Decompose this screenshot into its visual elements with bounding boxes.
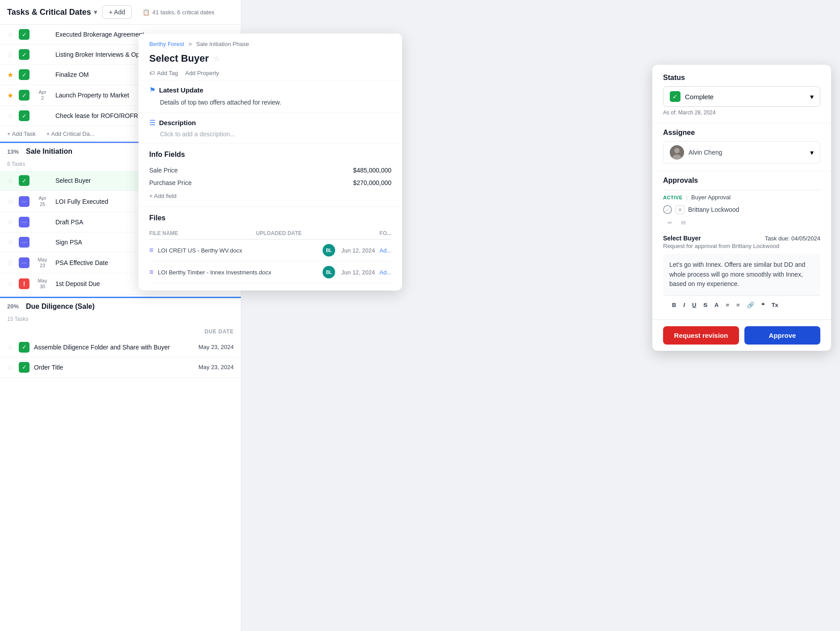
middle-panel: Berthy Forest > Sale Initiation Phase Se… bbox=[139, 34, 402, 290]
page-title: Tasks & Critical Dates ▾ bbox=[7, 8, 97, 17]
progress-pct: 13% bbox=[7, 148, 21, 155]
assignee-select[interactable]: Alvin Cheng ▾ bbox=[663, 141, 820, 164]
breadcrumb-phase: Sale Initiation Phase bbox=[196, 41, 249, 47]
file-name[interactable]: LOI CREIT US - Berthy WV.docx bbox=[158, 247, 318, 254]
svg-point-1 bbox=[674, 148, 680, 153]
avatar bbox=[670, 145, 684, 160]
progress-pct: 20% bbox=[7, 303, 21, 310]
approval-type: Buyer Approval bbox=[691, 194, 731, 201]
chevron-down-icon: ▾ bbox=[810, 93, 814, 101]
task-check: ✓ bbox=[19, 69, 29, 80]
comment-toolbar: B I U S A ≡ ≡ 🔗 ❝ Tx bbox=[663, 295, 820, 312]
bold-button[interactable]: B bbox=[669, 300, 679, 310]
add-field-button[interactable]: + Add field bbox=[149, 193, 391, 199]
file-action-button[interactable]: Ad... bbox=[379, 269, 391, 276]
approvals-label: Approvals bbox=[663, 177, 820, 185]
star-button[interactable]: ☆ bbox=[213, 54, 220, 63]
right-panel: Status ✓ Complete ▾ As of: March 28, 202… bbox=[652, 65, 831, 351]
breadcrumb-project[interactable]: Berthy Forest bbox=[149, 41, 184, 47]
description-icon: ☰ bbox=[149, 118, 155, 127]
tag-row: 🏷 Add Tag Add Property bbox=[139, 70, 402, 80]
request-revision-button[interactable]: Request revision bbox=[663, 326, 739, 345]
info-field-row: Purchase Price $270,000,000 bbox=[149, 177, 391, 189]
file-name[interactable]: LOI Berthy Timber - Innex Investments.do… bbox=[158, 269, 318, 276]
ordered-list-button[interactable]: ≡ bbox=[723, 300, 732, 310]
description-section: ☰ Description Click to add a description… bbox=[139, 113, 402, 143]
mail-icon[interactable]: ✉ bbox=[678, 218, 688, 227]
star-icon[interactable]: ☆ bbox=[7, 218, 14, 226]
star-icon[interactable]: ☆ bbox=[7, 238, 14, 246]
add-tag-button[interactable]: 🏷 Add Tag bbox=[149, 70, 178, 76]
task-name: Assemble Diligence Folder and Share with… bbox=[34, 344, 180, 351]
info-field-row: Sale Price $485,000,000 bbox=[149, 164, 391, 177]
assignee-inner: Alvin Cheng bbox=[670, 145, 722, 160]
strikethrough-button[interactable]: S bbox=[701, 300, 710, 310]
breadcrumb: Berthy Forest > Sale Initiation Phase bbox=[139, 34, 402, 51]
task-check: ··· bbox=[19, 217, 29, 227]
status-check-icon: ✓ bbox=[670, 91, 680, 102]
star-icon[interactable]: ☆ bbox=[7, 363, 14, 371]
file-icon: ≡ bbox=[149, 246, 153, 254]
add-critical-button[interactable]: + Add Critical Da... bbox=[46, 130, 95, 137]
italic-button[interactable]: I bbox=[680, 300, 688, 310]
task-check: ✓ bbox=[19, 90, 29, 101]
star-icon[interactable]: ☆ bbox=[7, 197, 14, 206]
star-icon[interactable]: ☆ bbox=[7, 177, 14, 185]
star-icon[interactable]: ☆ bbox=[7, 30, 14, 39]
add-property-button[interactable]: Add Property bbox=[185, 70, 219, 76]
info-fields-title: Info Fields bbox=[149, 151, 391, 159]
panel-title-row: Select Buyer ☆ bbox=[139, 51, 402, 70]
quote-button[interactable]: ❝ bbox=[759, 300, 767, 310]
file-date: Jun 12, 2024 bbox=[341, 269, 375, 276]
star-icon[interactable]: ☆ bbox=[7, 50, 14, 59]
link-button[interactable]: 🔗 bbox=[744, 300, 757, 310]
request-approval-text: Request for approval from Brittany Lockw… bbox=[663, 243, 820, 249]
status-select[interactable]: ✓ Complete ▾ bbox=[663, 86, 820, 107]
underline-button[interactable]: U bbox=[689, 300, 699, 310]
status-date: As of: March 28, 2024 bbox=[663, 109, 820, 116]
approve-button[interactable]: Approve bbox=[744, 326, 820, 345]
unordered-list-button[interactable]: ≡ bbox=[734, 300, 743, 310]
star-icon[interactable]: ☆ bbox=[7, 112, 14, 120]
task-check: ✓ bbox=[19, 175, 29, 186]
star-icon[interactable]: ★ bbox=[7, 71, 14, 79]
due-date-header: Due Date bbox=[0, 326, 241, 337]
clear-format-button[interactable]: Tx bbox=[769, 300, 781, 310]
add-task-button[interactable]: + Add Task bbox=[7, 130, 36, 137]
task-date: May30 bbox=[34, 278, 51, 290]
approval-icons-row: ✏ ✉ bbox=[663, 216, 820, 231]
file-avatar: BL bbox=[323, 266, 335, 278]
status-section: Status ✓ Complete ▾ As of: March 28, 202… bbox=[652, 65, 831, 123]
due-date: May 23, 2024 bbox=[185, 344, 234, 350]
approval-comment-box[interactable]: Let's go with Innex. Offers are similar … bbox=[663, 254, 820, 295]
task-check: ✓ bbox=[19, 49, 29, 60]
add-button[interactable]: + Add bbox=[102, 5, 132, 19]
flag-icon: ⚑ bbox=[149, 86, 155, 94]
edit-icon[interactable]: ✏ bbox=[665, 218, 675, 227]
file-action-button[interactable]: Ad... bbox=[379, 247, 391, 254]
chevron-down-icon[interactable]: ▾ bbox=[94, 8, 97, 16]
avatar-image bbox=[670, 145, 684, 160]
approver-name: Brittany Lockwood bbox=[688, 206, 739, 213]
latest-update-label: Latest Update bbox=[159, 86, 203, 94]
approver-doc-icon: ≡ bbox=[676, 205, 685, 214]
task-row[interactable]: ☆ ✓ Assemble Diligence Folder and Share … bbox=[0, 337, 241, 358]
approval-active-row: ACTIVE | Buyer Approval bbox=[663, 194, 820, 201]
star-icon[interactable]: ☆ bbox=[7, 258, 14, 267]
star-icon[interactable]: ☆ bbox=[7, 343, 14, 351]
section-header-row: ☰ Description bbox=[149, 118, 391, 127]
status-value: Complete bbox=[685, 93, 714, 101]
description-placeholder[interactable]: Click to add a description... bbox=[149, 130, 391, 138]
info-fields-section: Info Fields Sale Price $485,000,000 Purc… bbox=[139, 143, 402, 206]
task-check: ··· bbox=[19, 257, 29, 268]
task-check: ✓ bbox=[19, 362, 29, 373]
status-label: Status bbox=[663, 74, 820, 82]
star-icon[interactable]: ☆ bbox=[7, 280, 14, 288]
files-section: Files File Name Uploaded Date Fo... ≡ LO… bbox=[139, 206, 402, 290]
task-check: ✓ bbox=[19, 110, 29, 121]
star-icon[interactable]: ★ bbox=[7, 91, 14, 100]
task-row[interactable]: ☆ ✓ Order Title May 23, 2024 bbox=[0, 358, 241, 378]
color-button[interactable]: A bbox=[712, 300, 721, 310]
file-icon: ≡ bbox=[149, 268, 153, 276]
field-value: $270,000,000 bbox=[353, 179, 391, 186]
